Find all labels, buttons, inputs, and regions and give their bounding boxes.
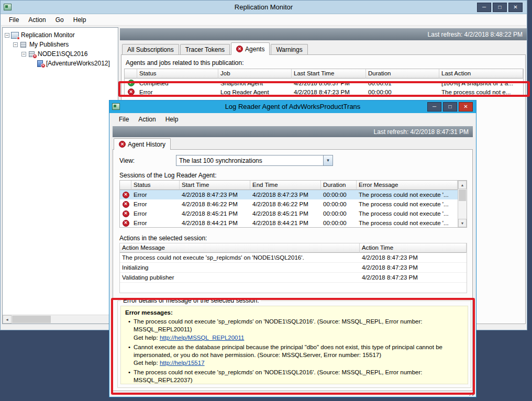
table-row[interactable]: ✕ Error 4/2/2018 8:44:21 PM 4/2/2018 8:4… <box>120 218 458 228</box>
last-refresh-text: Last refresh: 4/2/2018 8:47:31 PM <box>374 128 469 136</box>
tab-all-subscriptions[interactable]: All Subscriptions <box>122 44 179 55</box>
column-header-last-action[interactable]: Last Action <box>439 69 523 79</box>
cell-error-message: The process could not execute '... <box>357 192 458 198</box>
scroll-down-icon[interactable]: ▼ <box>458 219 467 227</box>
column-header-start-time[interactable]: Start Time <box>180 181 250 190</box>
error-message-text: The process could not execute 'sp_replcm… <box>134 369 462 384</box>
view-dropdown-value: The last 100 synchronizations <box>176 157 323 164</box>
menu-help[interactable]: Help <box>161 114 183 125</box>
tree-item-adventureworks2012[interactable]: ✕ [AdventureWorks2012] <box>5 59 118 68</box>
help-link[interactable]: http://help/MSSQL_REPL20011 <box>160 335 245 341</box>
table-row[interactable]: ✕ Error 4/2/2018 8:47:23 PM 4/2/2018 8:4… <box>120 190 458 199</box>
minimize-button[interactable]: ─ <box>477 3 491 12</box>
table-row[interactable]: Initializing 4/2/2018 8:47:23 PM <box>120 263 467 273</box>
column-header-end-time[interactable]: End Time <box>250 181 321 190</box>
cell-duration: 00:00:00 <box>321 192 357 198</box>
tab-tracer-tokens[interactable]: Tracer Tokens <box>180 44 230 55</box>
menu-file[interactable]: File <box>114 114 134 125</box>
cell-last-action: The process could not e... <box>439 89 523 95</box>
cell-job: Snapshot Agent <box>218 80 292 86</box>
cell-status: Error <box>131 192 180 198</box>
cell-error-message: The process could not execute '... <box>357 210 458 217</box>
error-messages-heading: Error messages: <box>125 309 462 317</box>
close-button[interactable]: ✕ <box>459 102 473 112</box>
error-message-item: Cannot execute as the database principal… <box>125 343 462 367</box>
cell-duration: 00:00:01 <box>366 80 439 86</box>
tab-agents[interactable]: ✕ Agents <box>231 42 270 55</box>
table-row[interactable]: ✕ Error 4/2/2018 8:46:22 PM 4/2/2018 8:4… <box>120 199 458 209</box>
scroll-left-icon[interactable]: ◄ <box>3 315 12 324</box>
cell-action-time: 4/2/2018 8:47:23 PM <box>360 254 467 261</box>
last-refresh-bar: Last refresh: 4/2/2018 8:48:22 PM <box>120 28 527 40</box>
menu-go[interactable]: Go <box>51 15 69 25</box>
table-row[interactable]: ✕ Error 4/2/2018 8:45:21 PM 4/2/2018 8:4… <box>120 209 458 218</box>
sessions-vertical-scrollbar[interactable]: ▲ ▼ <box>458 181 467 227</box>
column-header-action-message[interactable]: Action Message <box>120 243 360 253</box>
agent-titlebar[interactable]: Log Reader Agent of AdvWorksProductTrans… <box>109 101 476 113</box>
cell-action-message: Validating publisher <box>120 274 360 281</box>
cell-duration: 00:00:00 <box>321 220 357 226</box>
menu-help[interactable]: Help <box>69 15 91 25</box>
column-header-icon[interactable] <box>125 69 137 79</box>
tree-item-node1-sql2016[interactable]: − ✕ NODE1\SQL2016 <box>5 49 118 59</box>
chevron-down-icon[interactable]: ▼ <box>323 155 332 165</box>
get-help-label: Get help: <box>134 360 158 366</box>
scrollbar-thumb[interactable] <box>459 190 466 201</box>
error-details-panel: Error messages: The process could not ex… <box>120 306 468 384</box>
column-header-status[interactable]: Status <box>131 181 180 190</box>
agent-window-title: Log Reader Agent of AdvWorksProductTrans <box>109 103 476 110</box>
error-status-icon: ✕ <box>123 220 129 227</box>
view-dropdown[interactable]: The last 100 synchronizations ▼ <box>176 155 333 166</box>
bullet-icon <box>125 369 134 384</box>
last-refresh-text: Last refresh: 4/2/2018 8:48:22 PM <box>428 31 523 38</box>
minimize-button[interactable]: ─ <box>427 102 441 112</box>
tree-expander-icon[interactable]: − <box>13 42 18 47</box>
close-button[interactable]: ✕ <box>508 3 523 12</box>
cell-action-time: 4/2/2018 8:47:23 PM <box>360 274 467 281</box>
agents-table-header: Status Job Last Start Time Duration Last… <box>125 69 523 79</box>
cell-action-message: The process could not execute 'sp_replcm… <box>120 254 360 261</box>
cell-status: Completed <box>137 80 218 86</box>
cell-start-time: 4/2/2018 8:46:22 PM <box>180 201 250 207</box>
column-header-status[interactable]: Status <box>137 69 218 79</box>
main-menubar: File Action Go Help <box>1 14 526 26</box>
tree-expander-icon[interactable]: − <box>21 52 26 57</box>
agent-menubar: File Action Help <box>110 113 475 125</box>
main-titlebar[interactable]: Replication Monitor ─ □ ✕ <box>1 1 527 14</box>
scrollbar-thumb[interactable] <box>12 316 51 323</box>
help-link[interactable]: http://help/15517 <box>160 360 205 366</box>
cell-error-message: The process could not execute '... <box>357 201 458 207</box>
table-row[interactable]: ✓ Completed Snapshot Agent 4/2/2018 8:06… <box>125 79 523 87</box>
error-status-icon: ✕ <box>128 88 135 95</box>
table-row[interactable]: Validating publisher 4/2/2018 8:47:23 PM <box>120 273 467 283</box>
menu-file[interactable]: File <box>4 15 24 25</box>
maximize-button[interactable]: □ <box>493 3 507 12</box>
tree-expander-icon[interactable]: − <box>5 33 9 38</box>
tree-item-replication-monitor[interactable]: − Replication Monitor <box>5 30 118 40</box>
cell-duration: 00:00:00 <box>321 210 357 217</box>
tab-warnings[interactable]: Warnings <box>271 44 307 55</box>
column-header-last-start-time[interactable]: Last Start Time <box>292 69 366 79</box>
sessions-table: Status Start Time End Time Duration Erro… <box>119 180 467 228</box>
tree-pane: − Replication Monitor − My Publishers − … <box>2 27 118 324</box>
column-header-job[interactable]: Job <box>218 69 292 79</box>
bullet-icon <box>125 343 134 367</box>
column-header-duration[interactable]: Duration <box>321 181 357 190</box>
tree-horizontal-scrollbar[interactable]: ◄ ► <box>3 315 118 324</box>
menu-action[interactable]: Action <box>134 114 160 125</box>
error-status-icon: ✕ <box>123 192 129 198</box>
maximize-button[interactable]: □ <box>443 102 457 112</box>
scroll-up-icon[interactable]: ▲ <box>458 181 467 189</box>
error-status-icon: ✕ <box>123 201 129 208</box>
error-details-label: Error details or message of the selected… <box>121 297 261 304</box>
column-header-action-time[interactable]: Action Time <box>360 243 467 253</box>
tab-agent-history[interactable]: ✕ Agent History <box>114 138 171 150</box>
tree-item-my-publishers[interactable]: − My Publishers <box>5 40 118 49</box>
column-header-duration[interactable]: Duration <box>366 69 439 79</box>
menu-action[interactable]: Action <box>24 15 50 25</box>
column-header-icon[interactable] <box>120 181 131 190</box>
table-row[interactable]: ✕ Error Log Reader Agent 4/2/2018 8:47:2… <box>125 87 523 96</box>
table-row[interactable]: The process could not execute 'sp_replcm… <box>120 253 467 263</box>
column-header-error-message[interactable]: Error Message <box>357 181 458 190</box>
agents-section-label: Agents and jobs related to this publicat… <box>126 59 243 66</box>
